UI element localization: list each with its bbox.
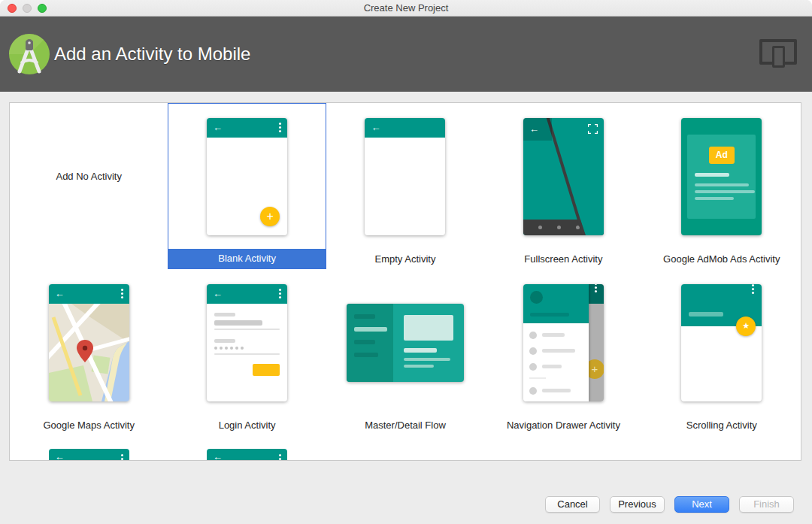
finish-button[interactable]: Finish	[739, 496, 794, 513]
login-form-placeholder	[207, 304, 287, 376]
app-bar: ←	[49, 284, 129, 304]
master-list-placeholder	[347, 304, 393, 382]
partial-thumbnail: ←	[49, 449, 129, 460]
ad-content-panel: Ad	[687, 135, 756, 219]
overflow-menu-icon	[595, 284, 597, 285]
gallery-item-add-no-activity[interactable]: Add No Activity	[10, 103, 168, 269]
traffic-lights	[8, 4, 47, 13]
navigation-drawer-thumbnail: +	[523, 284, 604, 401]
wizard-header: Add an Activity to Mobile	[0, 17, 812, 92]
page-title: Add an Activity to Mobile	[54, 44, 250, 65]
blank-activity-thumbnail: ← +	[207, 118, 287, 235]
activity-gallery-panel: Add No Activity ← + Blan	[9, 102, 801, 461]
empty-cell	[643, 435, 801, 460]
gallery-row-1: Add No Activity ← + Blan	[10, 103, 801, 269]
gallery-item-partial-2[interactable]: ←	[168, 435, 326, 460]
gallery-item-empty-activity[interactable]: ← Empty Activity	[326, 103, 484, 269]
gallery-item-fullscreen-activity[interactable]: ← Fullscreen Activity	[484, 103, 642, 269]
fullscreen-activity-thumbnail: ←	[523, 118, 604, 235]
next-button[interactable]: Next	[674, 496, 729, 513]
empty-activity-thumbnail: ←	[365, 118, 445, 235]
drawer-header	[523, 284, 589, 323]
map-graphic	[49, 304, 129, 401]
titlebar[interactable]: Create New Project	[0, 0, 812, 17]
thumb-area: ←	[10, 435, 168, 460]
thumb-area: ←	[10, 269, 168, 416]
app-bar-corner	[589, 284, 604, 304]
back-arrow-icon: ←	[529, 124, 539, 134]
overflow-menu-icon	[752, 284, 754, 286]
fab-plus-icon: +	[260, 207, 280, 226]
gallery-item-label	[10, 250, 168, 269]
gallery-item-label: Blank Activity	[168, 249, 325, 268]
previous-button[interactable]: Previous	[610, 496, 665, 513]
text-placeholder-lines	[687, 164, 756, 200]
gallery-item-label: Navigation Drawer Activity	[484, 416, 642, 435]
gallery-item-navigation-drawer-activity[interactable]: +	[484, 269, 642, 435]
phone-icon	[772, 46, 785, 68]
gallery-item-label: Google AdMob Ads Activity	[643, 250, 801, 269]
login-button-placeholder	[253, 364, 280, 376]
gallery-item-label: Empty Activity	[326, 250, 484, 269]
thumb-area: ← +	[168, 104, 325, 249]
thumb-area: ★	[643, 269, 801, 416]
gallery-item-login-activity[interactable]: ←	[168, 269, 326, 435]
app-bar: ←	[365, 118, 445, 138]
overflow-menu-icon	[279, 289, 281, 291]
app-bar: ←	[523, 118, 552, 141]
thumb-area	[326, 269, 484, 416]
back-arrow-icon: ←	[371, 123, 380, 132]
gallery-item-label: Fullscreen Activity	[484, 250, 642, 269]
back-arrow-icon: ←	[55, 289, 65, 298]
thumb-area: ←	[168, 435, 326, 460]
app-bar: ←	[207, 284, 287, 304]
content-area: Add No Activity ← + Blan	[0, 92, 812, 524]
thumb-area: +	[484, 269, 642, 416]
empty-cell	[484, 435, 642, 460]
android-studio-logo-icon	[9, 34, 50, 74]
empty-cell	[326, 435, 484, 460]
app-bar: ←	[207, 118, 287, 138]
login-activity-thumbnail: ←	[207, 284, 287, 401]
overflow-menu-icon	[121, 454, 123, 456]
detail-pane-placeholder	[404, 304, 453, 368]
gallery-item-scrolling-activity[interactable]: ★ Scrolling Activity	[643, 269, 801, 435]
gallery-item-label: Login Activity	[168, 416, 326, 435]
gallery-item-blank-activity[interactable]: ← + Blank Activity	[168, 103, 326, 269]
gallery-item-master-detail-flow[interactable]: Master/Detail Flow	[326, 269, 484, 435]
gallery-item-google-maps-activity[interactable]: ←	[10, 269, 168, 435]
wizard-buttons: Cancel Previous Next Finish	[545, 496, 794, 513]
minimize-button[interactable]	[23, 4, 32, 13]
gallery-item-label: Master/Detail Flow	[326, 416, 484, 435]
gallery-item-label: Add No Activity	[56, 171, 121, 182]
overflow-menu-icon	[279, 123, 281, 125]
back-arrow-icon: ←	[55, 452, 65, 462]
thumb-area: ←	[484, 103, 642, 250]
gallery-item-google-admob-ads-activity[interactable]: Ad Google AdMob Ads Activity	[643, 103, 801, 269]
create-new-project-window: Create New Project Add an Activity to Mo…	[0, 0, 812, 524]
gallery-item-label: Google Maps Activity	[10, 416, 168, 435]
scrolling-activity-thumbnail: ★	[681, 284, 762, 401]
back-arrow-icon: ←	[213, 123, 223, 132]
admob-activity-thumbnail: Ad	[681, 118, 762, 235]
cancel-button[interactable]: Cancel	[545, 496, 600, 513]
thumb-area: Ad	[643, 103, 801, 250]
back-arrow-icon: ←	[213, 289, 223, 298]
gallery-item-label: Scrolling Activity	[643, 416, 801, 435]
overflow-menu-icon	[121, 289, 123, 291]
partial-thumbnail: ←	[207, 449, 287, 460]
maps-activity-thumbnail: ←	[49, 284, 129, 401]
thumb-area: ←	[326, 103, 484, 250]
master-detail-thumbnail	[347, 304, 464, 382]
desktop-and-phone-icon	[759, 39, 797, 69]
avatar-placeholder	[530, 291, 543, 304]
gallery-item-partial-1[interactable]: ←	[10, 435, 168, 460]
close-button[interactable]	[8, 4, 17, 13]
window-title: Create New Project	[364, 2, 449, 14]
ad-badge: Ad	[709, 147, 735, 164]
thumb-area: ←	[168, 269, 326, 416]
fab-star-icon: ★	[736, 317, 756, 336]
zoom-button[interactable]	[38, 4, 47, 13]
thumb-area: Add No Activity	[10, 103, 168, 250]
fullscreen-expand-icon	[588, 124, 598, 134]
